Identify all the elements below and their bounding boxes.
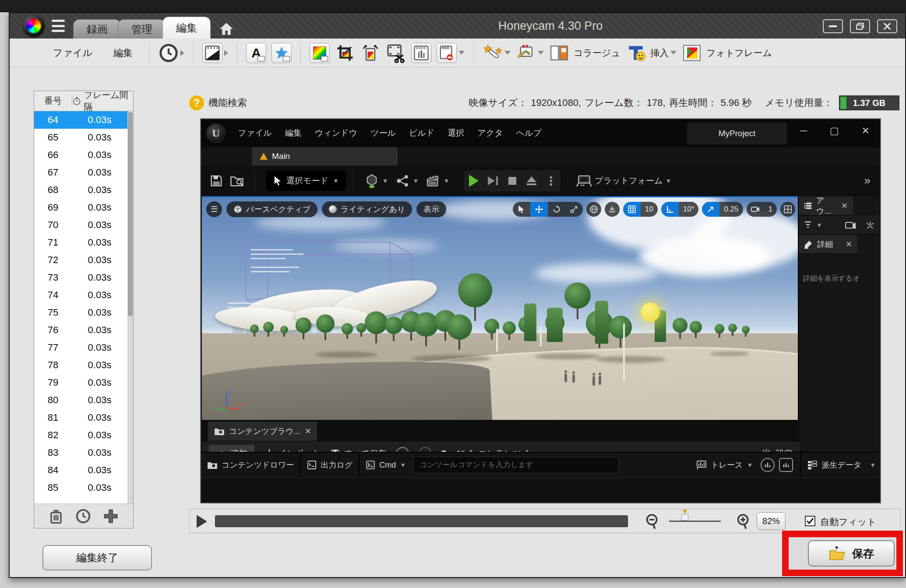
- frame-row[interactable]: 850.03s: [34, 479, 127, 496]
- frame-row[interactable]: 810.03s: [34, 409, 127, 426]
- maximize-button[interactable]: [850, 19, 870, 33]
- app-logo-icon[interactable]: [23, 15, 45, 37]
- minimize-button[interactable]: [823, 19, 843, 33]
- frame-row[interactable]: 780.03s: [34, 356, 127, 374]
- tab-record[interactable]: 録画: [73, 19, 121, 39]
- tab-manage[interactable]: 管理: [118, 19, 166, 39]
- column-header-interval[interactable]: フレーム間隔: [72, 89, 133, 113]
- effect-expand-icon[interactable]: [224, 50, 228, 56]
- close-button[interactable]: [877, 19, 897, 33]
- feature-search-label[interactable]: 機能検索: [208, 96, 247, 109]
- frame-row[interactable]: 800.03s: [34, 391, 127, 409]
- insert-expand-icon[interactable]: [670, 51, 677, 55]
- zoom-slider-thumb[interactable]: [681, 514, 688, 521]
- frame-row[interactable]: 700.03s: [34, 216, 127, 234]
- animation-effect-button[interactable]: [480, 42, 513, 64]
- drawing-expand-icon[interactable]: [538, 51, 544, 55]
- menu-hamburger-icon[interactable]: [52, 20, 65, 32]
- column-header-number[interactable]: 番号: [34, 95, 72, 107]
- ue-tab-row: Main: [201, 147, 880, 165]
- remove-frame-expand-icon[interactable]: [458, 51, 465, 55]
- photoframe-button[interactable]: フォトフレーム: [679, 42, 775, 64]
- animation-effect-expand-icon[interactable]: [504, 51, 511, 55]
- camera-icon[interactable]: [747, 202, 764, 217]
- menu-edit[interactable]: 編集: [103, 46, 143, 60]
- rotate-tool-icon[interactable]: [548, 202, 565, 217]
- frame-row[interactable]: 820.03s: [34, 426, 127, 444]
- zoom-percent-button[interactable]: 82%: [757, 512, 786, 530]
- viewport-show-dropdown[interactable]: 表示: [416, 201, 446, 217]
- collage-button[interactable]: コラージュ: [546, 42, 623, 64]
- autofit-label[interactable]: 自動フィット: [820, 516, 876, 528]
- drawing-button[interactable]: [513, 42, 546, 64]
- surface-snap-icon[interactable]: [605, 202, 620, 217]
- zoom-in-icon[interactable]: [736, 514, 751, 531]
- frame-row[interactable]: 790.03s: [34, 374, 127, 391]
- crop-button[interactable]: [332, 42, 358, 64]
- add-text-button[interactable]: A: [243, 42, 269, 64]
- frame-row[interactable]: 660.03s: [34, 146, 127, 164]
- help-icon[interactable]: ?: [189, 95, 204, 110]
- ue-toolbar-overflow-icon: »: [864, 174, 871, 187]
- save-button[interactable]: 保存: [808, 540, 895, 567]
- autofit-checkbox[interactable]: [805, 516, 815, 526]
- frame-row[interactable]: 740.03s: [34, 286, 127, 304]
- viewport-layout-icon[interactable]: [780, 202, 795, 217]
- details-pencil-icon: [804, 240, 813, 249]
- color-adjust-button[interactable]: [307, 42, 332, 64]
- ue-save-icon: [206, 172, 226, 190]
- grid-snap-value[interactable]: 10: [641, 202, 658, 217]
- ue-menu-item: ファイル: [238, 127, 272, 139]
- frame-row[interactable]: 840.03s: [34, 461, 127, 479]
- scale-snap-value[interactable]: 0.25: [719, 202, 743, 217]
- add-frame-icon[interactable]: [103, 508, 119, 524]
- cut-frames-button[interactable]: [383, 42, 409, 64]
- frame-row[interactable]: 760.03s: [34, 321, 127, 339]
- frame-row[interactable]: 770.03s: [34, 339, 127, 356]
- insert-button[interactable]: 挿入: [623, 42, 679, 64]
- frame-row[interactable]: 640.03s: [34, 111, 127, 129]
- finish-editing-button[interactable]: 編集終了: [42, 545, 152, 570]
- move-tool-icon[interactable]: [530, 202, 548, 217]
- frame-list-scrollbar[interactable]: [127, 111, 133, 503]
- frame-row[interactable]: 720.03s: [34, 251, 127, 269]
- viewport-perspective-dropdown[interactable]: パースペクティブ: [226, 201, 317, 217]
- frame-row[interactable]: 690.03s: [34, 199, 127, 216]
- remove-frame-button[interactable]: [434, 42, 467, 64]
- frame-row[interactable]: 710.03s: [34, 234, 127, 251]
- ue-maximize-icon: ▢: [830, 125, 839, 137]
- scene-tree: [280, 326, 288, 334]
- frame-row[interactable]: 680.03s: [34, 181, 127, 199]
- viewport-lighting-dropdown[interactable]: ライティングあり: [322, 201, 412, 217]
- effect-button[interactable]: [200, 42, 231, 64]
- select-tool-icon[interactable]: [513, 202, 530, 217]
- frame-row[interactable]: 750.03s: [34, 304, 127, 321]
- zoom-slider[interactable]: [669, 521, 721, 522]
- tab-edit[interactable]: 編集: [162, 17, 211, 39]
- delete-frame-icon[interactable]: [49, 508, 63, 524]
- interval-clock-icon[interactable]: [75, 508, 91, 524]
- add-sticker-button[interactable]: [269, 42, 294, 64]
- playback-progress-bar[interactable]: [215, 515, 628, 527]
- camera-speed-value[interactable]: 1: [764, 202, 777, 217]
- scale-tool-icon[interactable]: [565, 202, 583, 217]
- frame-row[interactable]: 830.03s: [34, 444, 127, 461]
- viewport-options-icon[interactable]: ☰: [206, 201, 222, 217]
- home-icon[interactable]: [214, 19, 239, 39]
- frame-row[interactable]: 670.03s: [34, 164, 127, 181]
- angle-snap-value[interactable]: 10°: [679, 202, 699, 217]
- frame-row[interactable]: 650.03s: [34, 129, 127, 146]
- grid-snap-icon[interactable]: [623, 202, 641, 217]
- frame-delay-expand-icon[interactable]: [180, 50, 184, 56]
- zoom-out-icon[interactable]: [645, 514, 660, 531]
- menu-file[interactable]: ファイル: [42, 46, 103, 60]
- angle-snap-icon[interactable]: [661, 202, 679, 217]
- scale-snap-icon[interactable]: [702, 202, 719, 217]
- scrollbar-thumb[interactable]: [128, 112, 133, 316]
- world-space-icon[interactable]: [586, 202, 601, 217]
- resize-button[interactable]: [358, 42, 383, 64]
- insert-frame-button[interactable]: [409, 42, 434, 64]
- preview-play-button[interactable]: [197, 515, 207, 528]
- frame-delay-button[interactable]: [156, 42, 187, 64]
- frame-row[interactable]: 730.03s: [34, 269, 127, 286]
